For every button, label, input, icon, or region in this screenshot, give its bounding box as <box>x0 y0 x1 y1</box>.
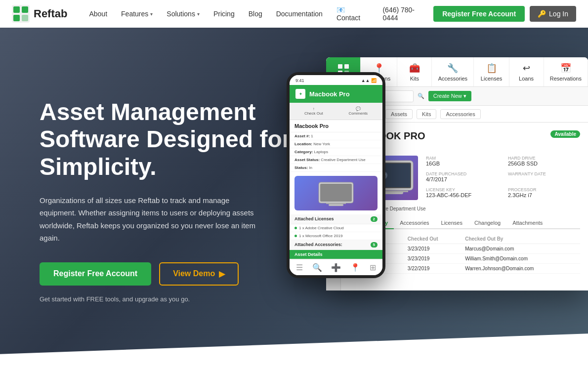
changelog-tab[interactable]: Changelog <box>468 217 506 229</box>
licenses-detail-tab[interactable]: Licenses <box>435 217 468 229</box>
mobile-nav-location[interactable]: 📍 <box>350 263 360 272</box>
signal-icons: ▲▲ 📶 <box>361 78 377 83</box>
mobile-bottom-nav: ☰ 🔍 ➕ 📍 ⊞ <box>290 259 382 275</box>
nav-solutions[interactable]: Solutions▾ <box>161 6 206 22</box>
nav-about[interactable]: About <box>83 6 113 22</box>
license-key-label: License Key <box>426 187 498 192</box>
mobile-header: ✦ Macbook Pro <box>290 85 382 103</box>
features-caret: ▾ <box>150 11 153 17</box>
mobile-asset-image <box>294 176 378 210</box>
mobile-category: Category: Laptops <box>290 148 382 156</box>
license-key-value: 123-ABC-456-DEF <box>426 192 498 198</box>
mobile-accessories-header: Attached Accessories: 5 <box>290 240 382 250</box>
ram-label: RAM <box>426 156 498 161</box>
license-dot-2 <box>294 235 297 237</box>
mobile-screenshot: 9:41 ▲▲ 📶 ✦ Macbook Pro ↑ Check Out 💬 Co… <box>287 72 385 278</box>
assets-tab[interactable]: Assets <box>385 109 413 119</box>
kits-tab-label: Kits <box>410 76 419 82</box>
processor-value: 2.3GHz i7 <box>508 192 580 198</box>
license-dot-1 <box>294 227 297 229</box>
app-tab-reservations[interactable]: 📅 Reservations <box>544 57 588 86</box>
loan-date-2: 3/23/2019 <box>405 254 462 264</box>
checkout-button[interactable]: ↑ Check Out <box>302 106 325 117</box>
mobile-asset-status: Asset Status: Creative Department Use <box>290 156 382 164</box>
spec-ram: RAM 16GB <box>426 156 498 168</box>
processor-label: Processor <box>508 187 580 192</box>
hero-content: Asset Management Software Designed for S… <box>40 98 296 303</box>
register-nav-button[interactable]: Register Free Account <box>433 6 525 22</box>
mobile-location: Location: New York <box>290 140 382 148</box>
register-hero-button[interactable]: Register Free Account <box>40 262 151 286</box>
hero-subtext: Get started with FREE tools, and upgrade… <box>40 295 296 303</box>
navbar: Reftab About Features▾ Solutions▾ Pricin… <box>0 0 588 28</box>
licenses-tab-label: Licenses <box>481 76 502 82</box>
kits-icon: 🧰 <box>409 63 420 74</box>
app-tab-loans[interactable]: ↩ Loans <box>509 57 544 86</box>
nav-contact[interactable]: 📧 Contact <box>331 2 375 26</box>
svg-rect-1 <box>13 6 20 13</box>
accessories-detail-tab[interactable]: Accessories <box>394 217 435 229</box>
mobile-actions-bar: ↑ Check Out 💬 Comments <box>290 103 382 120</box>
attachments-tab[interactable]: Attachments <box>506 217 548 229</box>
brand-logo[interactable]: Reftab <box>12 5 67 23</box>
app-tab-kits[interactable]: 🧰 Kits <box>397 57 432 86</box>
mobile-license-1: 1 x Adobe Creative Cloud <box>290 224 382 232</box>
mobile-asset-number: Asset #: 1 <box>290 132 382 140</box>
checked-out-col-header: Checked Out <box>405 234 462 244</box>
loan-by-3: Warren.Johnson@Domain.com <box>462 264 580 274</box>
hero-screenshots: 9:41 ▲▲ 📶 ✦ Macbook Pro ↑ Check Out 💬 Co… <box>296 57 548 344</box>
create-new-button[interactable]: Create New ▾ <box>428 91 471 101</box>
comments-icon: 💬 <box>348 107 368 111</box>
mobile-nav-add[interactable]: ➕ <box>331 263 341 272</box>
checkout-icon: ↑ <box>304 107 323 111</box>
spec-date-purchased: Date Purchased 4/7/2017 <box>426 171 498 184</box>
mobile-nav-menu[interactable]: ⊞ <box>370 263 376 272</box>
nav-features[interactable]: Features▾ <box>115 6 159 22</box>
svg-rect-11 <box>344 64 349 69</box>
harddrive-value: 256GB SSD <box>508 161 580 166</box>
app-tab-licenses[interactable]: 📋 Licenses <box>474 57 509 86</box>
mobile-asset-name: Macbook Pro <box>290 120 382 132</box>
loan-date-1: 3/23/2019 <box>405 244 462 254</box>
play-icon: ▶ <box>219 269 225 279</box>
mobile-license-2: 1 x Microsoft Office 2019 <box>290 232 382 240</box>
login-button[interactable]: 🔑 Log In <box>530 6 576 22</box>
hero-buttons: Register Free Account View Demo ▶ <box>40 262 296 286</box>
nav-phone[interactable]: (646) 780-0444 <box>377 2 433 26</box>
nav-blog[interactable]: Blog <box>243 6 268 22</box>
hero-section: Asset Management Software Designed for S… <box>0 28 588 372</box>
svg-rect-8 <box>326 203 346 204</box>
svg-rect-4 <box>22 15 28 21</box>
mobile-nav-search[interactable]: 🔍 <box>312 263 322 272</box>
hero-title: Asset Management Software Designed for S… <box>40 98 296 180</box>
svg-rect-2 <box>22 6 28 13</box>
svg-rect-10 <box>338 64 342 69</box>
demo-button[interactable]: View Demo ▶ <box>159 262 239 286</box>
nav-links: About Features▾ Solutions▾ Pricing Blog … <box>83 2 433 26</box>
checked-out-by-col-header: Checked Out By <box>462 234 580 244</box>
kits-tab[interactable]: Kits <box>417 109 436 119</box>
warranty-label: Warranty Date <box>508 171 580 176</box>
mobile-asset-details-header[interactable]: Asset Details <box>290 250 382 259</box>
spec-warranty: Warranty Date <box>508 171 580 184</box>
svg-rect-6 <box>320 184 352 202</box>
app-tab-accessories[interactable]: 🔧 Accessories <box>432 57 474 86</box>
mobile-logo: ✦ <box>295 89 305 99</box>
asset-specs: RAM 16GB Hard Drive 256GB SSD Date Purch… <box>426 156 580 200</box>
brand-name: Reftab <box>34 7 67 20</box>
nav-pricing[interactable]: Pricing <box>208 6 241 22</box>
reservations-icon: 📅 <box>560 63 571 74</box>
spec-harddrive: Hard Drive 256GB SSD <box>508 156 580 168</box>
accessories-tab-label: Accessories <box>438 76 467 82</box>
ram-value: 16GB <box>426 161 498 166</box>
nav-documentation[interactable]: Documentation <box>270 6 329 22</box>
loan-date-3: 3/22/2019 <box>405 264 462 274</box>
loans-tab-label: Loans <box>519 76 534 82</box>
svg-rect-7 <box>329 204 343 206</box>
comments-button[interactable]: 💬 Comments <box>346 106 370 117</box>
accessories-tab[interactable]: Accessories <box>440 109 480 119</box>
login-icon: 🔑 <box>538 10 546 18</box>
mobile-nav-home[interactable]: ☰ <box>296 263 303 272</box>
loans-icon: ↩ <box>523 63 530 74</box>
harddrive-label: Hard Drive <box>508 156 580 161</box>
